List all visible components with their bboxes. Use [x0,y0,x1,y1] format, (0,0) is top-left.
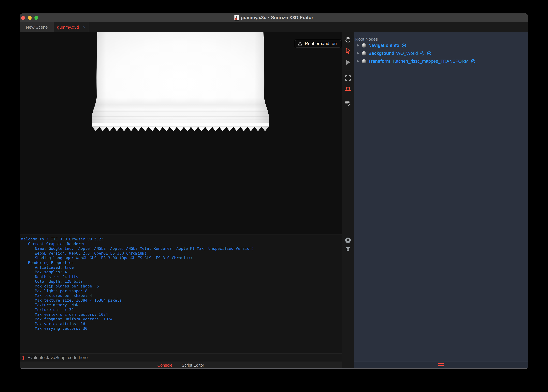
rubberband-status-chip: Rubberband: on [295,40,341,48]
console-log: Welcome to X_ITE X3D Browser v9.5.2: Cur… [20,235,342,353]
node-tree: NavigationInfo Background WO_World [354,42,528,65]
delete-messages-button[interactable] [344,245,352,253]
document-icon-detail-red [235,18,237,20]
close-window-button[interactable] [21,16,25,20]
console-line: Max texture size: 16384 × 16384 pixels [21,298,342,303]
script-edit-button[interactable] [344,99,352,107]
console-line: Texture units: 32 [21,308,342,312]
console-line: Shading language: WebGL GLSL ES 3.00 (Op… [21,256,342,260]
bound-icon[interactable] [401,43,406,48]
expand-arrow-icon[interactable] [357,44,359,47]
sunrise-light-button[interactable] [344,84,352,92]
footer-tab-console[interactable]: Console [157,363,173,368]
node-sphere-icon [362,51,366,56]
minimize-window-button[interactable] [28,16,32,20]
tree-row-navigationinfo[interactable]: NavigationInfo [354,42,528,49]
console-line: Max samples: 4 [21,270,342,274]
document-icon [234,15,239,21]
outline-panel-footer [354,362,528,369]
console-line: Current Graphics Renderer [21,242,342,246]
traffic-lights [21,16,38,20]
3d-viewport[interactable]: Rubberband: on [20,32,342,235]
app-window: gummy.x3d · Sunrize X3D Editor New Scene… [20,13,528,369]
outline-header: Root Nodes [355,37,378,42]
main-content: Rubberband: on Welcome to X_ITE X3D Brow… [20,32,528,369]
toolbar-divider [345,257,351,257]
expand-arrow-icon[interactable] [357,60,359,63]
console-line: Max vertex attribs: 16 [21,322,342,326]
clear-console-button[interactable] [344,236,352,244]
js-input-row: ❯ Evaluate JavaScript code here. [20,353,342,362]
tab-close-icon[interactable]: × [83,25,86,29]
select-arrow-button[interactable] [344,47,352,55]
console-line: Max fragment uniform vectors: 1024 [21,317,342,322]
select-arrow-icon [344,47,352,55]
tab-gummy-x3d[interactable]: gummy.x3d × [54,22,89,32]
window-title: gummy.x3d · Sunrize X3D Editor [241,15,313,20]
node-type-label: Transform [368,59,390,64]
clear-console-icon [345,237,351,244]
console-line: Texture memory: NaN [21,303,342,308]
console-line: WebGL version: WebGL 2.0 (OpenGL ES 3.0 … [21,251,342,256]
console-line: Color depth: 128 bits [21,279,342,284]
list-view-icon[interactable] [438,363,444,367]
rubberband-triangle-icon [298,41,303,46]
console-line: Name: Google Inc. (Apple) ANGLE (Apple, … [21,246,342,251]
console-line: Antialiased: true [21,265,342,270]
viewport-console-stack: Rubberband: on Welcome to X_ITE X3D Brow… [20,32,342,369]
viewport-toolbar [342,32,354,369]
play-button[interactable] [344,58,352,66]
toolbar-divider [345,96,351,96]
console-footer: Console Script Editor [20,362,342,369]
console-line: Max clip planes per shape: 6 [21,284,342,289]
console-line: Welcome to X_ITE X3D Browser v9.5.2: [21,237,342,242]
trash-icon [345,246,351,252]
tree-row-transform[interactable]: Transform Tütchen_rissc_mappes_TRANSFORM [354,57,528,65]
tab-label: New Scene [26,25,48,30]
hand-icon [344,35,352,43]
zoom-window-button[interactable] [35,16,38,20]
tab-strip: New Scene gummy.x3d × [20,22,528,32]
console-line: Max vertex uniform vectors: 1024 [21,312,342,317]
prompt-caret-icon: ❯ [22,355,25,360]
visibility-icon[interactable] [420,51,425,56]
js-code-input[interactable]: Evaluate JavaScript code here. [27,355,89,360]
tree-row-background[interactable]: Background WO_World [354,49,528,57]
sunrise-icon [344,85,352,92]
expand-arrow-icon[interactable] [357,52,359,55]
script-edit-icon [344,99,352,107]
outline-panel: Root Nodes NavigationInfo [354,32,528,369]
console-line: Max varying vectors: 30 [21,326,342,331]
center-view-button[interactable] [344,74,352,82]
rubberband-status-label: Rubberband: on [305,41,337,46]
bound-icon[interactable] [426,51,432,56]
document-icon-detail [236,16,237,18]
node-name-label: WO_World [396,51,418,56]
play-icon [344,59,352,66]
node-sphere-icon [362,59,366,63]
hand-tool-button[interactable] [344,35,352,43]
console-line: Depth size: 24 bits [21,274,342,279]
tab-label: gummy.x3d [57,25,79,30]
title-bar: gummy.x3d · Sunrize X3D Editor [20,13,528,22]
console-line: Rendering Properties [21,260,342,265]
console-line: Max textures per shape: 4 [21,293,342,298]
footer-tab-script-editor[interactable]: Script Editor [182,363,204,368]
node-name-label: Tütchen_rissc_mappes_TRANSFORM [392,59,469,64]
visibility-icon[interactable] [471,59,476,64]
center-view-camera-icon [344,74,352,82]
console-line: Max lights per shape: 8 [21,289,342,294]
window-title-group: gummy.x3d · Sunrize X3D Editor [234,15,313,21]
node-type-label: Background [368,51,394,56]
tab-new-scene[interactable]: New Scene [20,22,54,32]
rendered-package-model [91,32,270,133]
toolbar-divider [345,70,351,70]
node-type-label: NavigationInfo [368,43,399,48]
node-sphere-icon [362,43,366,48]
